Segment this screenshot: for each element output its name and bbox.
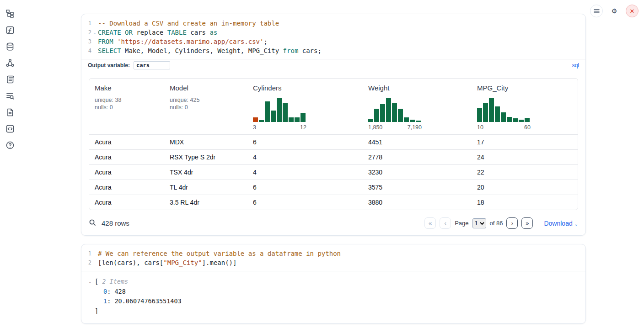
code-line[interactable]: 1# We can reference the output variable … [81,249,585,258]
python-cell: 1# We can reference the output variable … [81,244,586,324]
histogram-bar[interactable] [386,98,391,122]
line-number: 3 [81,37,91,46]
code-line[interactable]: 3FROM 'https://datasets.marimo.app/cars.… [81,37,585,46]
histogram-bar[interactable] [265,101,270,122]
column-summary: unique: 425nulls: 0 [170,96,246,122]
search-icon[interactable] [89,219,96,228]
histogram-bar[interactable] [404,117,409,122]
code-line[interactable]: 4SELECT Make, Model, Cylinders, Weight, … [81,46,585,55]
code-line[interactable]: 1-- Download a CSV and create an in-memo… [81,19,585,28]
prev-page-button[interactable]: ‹ [440,217,451,229]
histogram-bar[interactable] [416,121,421,122]
table-cell: 4451 [365,135,473,150]
code-token: # We can reference the output variable a… [98,250,341,257]
output-variable-input[interactable] [134,61,170,69]
code-token: [ [95,278,98,285]
table-cell: 2778 [365,150,473,165]
column-header-cylinders[interactable]: Cylinders312 [249,79,365,135]
next-page-button[interactable]: › [506,217,518,229]
code-token: -- Download a CSV and create an in-memor… [98,20,279,27]
column-header-make[interactable]: Makeunique: 38nulls: 0 [89,79,166,135]
last-page-button[interactable]: » [521,217,533,229]
code-token: CREATE OR [98,29,133,36]
table-row[interactable]: AcuraRSX Type S 2dr4277824 [89,150,578,165]
snippets-icon[interactable] [5,124,15,133]
column-stats: nulls: 0 [95,104,162,111]
histogram-bar[interactable] [374,109,379,122]
histogram-bar[interactable] [380,104,385,122]
notebook-main: 1-- Download a CSV and create an in-memo… [81,14,586,324]
code-token: : [107,297,114,305]
table-row[interactable]: AcuraTL 4dr6357520 [89,180,578,195]
table-row[interactable]: Acura3.5 RL 4dr6388018 [89,195,578,210]
code-token: 'https://datasets.marimo.app/cars.csv' [117,38,263,45]
histogram-bar[interactable] [392,103,397,122]
histogram-bar[interactable] [289,117,294,122]
histogram-min-label: 3 [253,124,256,132]
histogram-bar[interactable] [410,120,415,122]
histogram-bar[interactable] [295,117,300,122]
first-page-button[interactable]: « [424,217,436,229]
table-cell: TSX 4dr [166,165,249,180]
histogram-bar[interactable] [489,98,494,122]
code-line[interactable]: 2[len(cars), cars["MPG_City"].mean()] [81,258,585,267]
python-output-tree: ⌄[ 2 Items0: 4281: 20.060747663551403] [81,271,585,323]
menu-button[interactable] [590,5,603,17]
line-number: 4 [81,46,91,55]
column-stats: unique: 425 [170,96,246,104]
column-header-model[interactable]: Modelunique: 425nulls: 0 [166,79,249,135]
table-cell: 3880 [365,195,473,210]
file-explorer-icon[interactable] [5,9,15,18]
code-token: 1 [103,297,107,305]
histogram-bar[interactable] [283,103,288,122]
page-select[interactable]: 1 [472,218,486,228]
histogram-bar[interactable] [398,109,403,122]
column-header-weight[interactable]: Weight1,8507,190 [365,79,473,135]
table-cell: 18 [473,195,578,210]
table-cell: 22 [473,165,578,180]
scratchpad-icon[interactable] [5,75,15,84]
histogram-axis: 1,8507,190 [368,124,422,132]
settings-gear-button[interactable]: ⚙ [608,5,621,17]
code-line[interactable]: 2⌄CREATE OR replace TABLE cars as [81,28,585,37]
line-number: 1 [81,19,91,28]
histogram-bar[interactable] [277,98,282,122]
dependency-graph-icon[interactable] [5,58,15,68]
histogram-bar[interactable] [507,117,512,122]
sql-code-editor[interactable]: 1-- Download a CSV and create an in-memo… [81,14,585,59]
histogram-bar[interactable] [501,112,506,122]
histogram-bar[interactable] [495,106,500,122]
code-text: CREATE OR replace TABLE cars as [98,28,217,37]
chevron-spacer [89,287,95,297]
column-summary [477,96,576,122]
histogram-bar[interactable] [271,111,276,122]
variables-icon[interactable] [5,26,15,35]
histogram-min-label: 1,850 [368,124,382,132]
histogram-bar[interactable] [259,120,264,122]
shutdown-close-button[interactable]: ✕ [626,5,639,17]
column-title: Make [95,84,162,92]
table-body: AcuraMDX6445117AcuraRSX Type S 2dr427782… [89,135,578,210]
datasets-icon[interactable] [5,42,15,51]
histogram-bar[interactable] [301,113,306,122]
histogram-bar[interactable] [477,108,482,122]
column-header-mpg_city[interactable]: MPG_City1060 [473,79,578,135]
download-button[interactable]: Download ⌄ [544,220,578,227]
table-cell: Acura [89,135,166,150]
histogram-bar[interactable] [525,118,530,122]
histogram-bar[interactable] [513,118,518,122]
documentation-icon[interactable] [5,108,15,117]
collapse-chevron-icon[interactable]: ⌄ [89,277,95,287]
code-text: # We can reference the output variable a… [98,249,341,258]
histogram [477,98,576,122]
histogram-bar[interactable] [253,117,258,122]
histogram-bar[interactable] [483,103,488,122]
histogram-bar[interactable] [519,120,524,122]
python-code-editor[interactable]: 1# We can reference the output variable … [81,244,585,271]
table-row[interactable]: AcuraTSX 4dr4323022 [89,165,578,180]
table-row[interactable]: AcuraMDX6445117 [89,135,578,150]
histogram-bar[interactable] [368,119,373,122]
logs-icon[interactable] [5,91,15,100]
fold-chevron-icon[interactable]: ⌄ [91,28,98,37]
help-icon[interactable] [5,141,15,150]
